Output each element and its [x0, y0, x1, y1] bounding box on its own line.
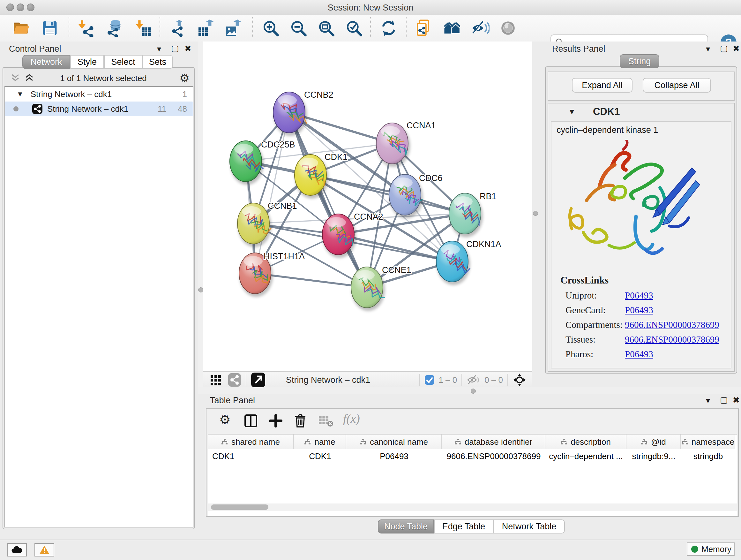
node-CDC6[interactable]: [389, 174, 423, 219]
hidden-eye-icon[interactable]: [467, 374, 481, 386]
vertical-splitter-left[interactable]: [198, 42, 203, 387]
save-session-button[interactable]: [40, 18, 59, 38]
column-tree-icon: [221, 438, 228, 445]
network-view[interactable]: CCNB2CCNA1CDC25BCDK1CDC6RB1CCNB1CCNA2CDK…: [203, 42, 533, 371]
zoom-in-button[interactable]: [261, 18, 280, 38]
expand-all-icon[interactable]: [25, 73, 34, 83]
genecard-link[interactable]: P06493: [625, 303, 719, 317]
pharos-link[interactable]: P06493: [625, 347, 719, 361]
open-session-button[interactable]: [11, 18, 30, 38]
tab-sets[interactable]: Sets: [142, 55, 173, 69]
hide-glass-button[interactable]: [471, 18, 490, 38]
vertical-splitter-right[interactable]: [532, 42, 542, 387]
cell-@id[interactable]: stringdb:9...: [626, 449, 681, 463]
compartments-link[interactable]: 9606.ENSP00000378699: [625, 317, 719, 332]
warnings-button[interactable]: [35, 543, 54, 557]
string-home-button[interactable]: [443, 18, 462, 38]
export-network-button[interactable]: [169, 18, 188, 38]
apply-layout-button[interactable]: [379, 18, 398, 38]
network-collection-row[interactable]: ▼ String Network – cdk1 1: [5, 87, 193, 102]
tab-style[interactable]: Style: [70, 55, 104, 69]
show-columns-icon[interactable]: [244, 414, 258, 428]
tissues-link[interactable]: 9606.ENSP00000378699: [625, 332, 719, 347]
collapse-panel-icon[interactable]: ▾: [157, 44, 161, 54]
node-CDKN1A[interactable]: [436, 241, 470, 285]
tab-network-table[interactable]: Network Table: [493, 519, 565, 534]
uniprot-link[interactable]: P06493: [625, 288, 719, 303]
string-settings-icon[interactable]: [228, 373, 241, 387]
open-in-string-icon[interactable]: [251, 372, 266, 388]
clone-network-button[interactable]: [415, 18, 434, 38]
export-table-button[interactable]: [196, 18, 215, 38]
splitter-handle[interactable]: [198, 287, 203, 293]
zoom-fit-button[interactable]: [317, 18, 336, 38]
collapse-all-button[interactable]: Collapse All: [643, 78, 711, 92]
network-options-gear-icon[interactable]: ⚙: [179, 71, 190, 85]
column-header-6[interactable]: namespace: [681, 435, 735, 449]
horizontal-splitter[interactable]: [198, 387, 741, 394]
splitter-handle[interactable]: [533, 211, 538, 216]
column-header-1[interactable]: name: [294, 435, 346, 449]
create-column-plus-icon[interactable]: [269, 414, 282, 428]
column-header-4[interactable]: description: [545, 435, 626, 449]
collapse-all-icon[interactable]: [11, 73, 20, 83]
edge-CCNB2-HIST1H1A[interactable]: [255, 112, 289, 273]
scrollbar-thumb[interactable]: [211, 504, 268, 510]
column-header-5[interactable]: @id: [626, 435, 681, 449]
section-collapse-icon[interactable]: ▼: [568, 107, 576, 116]
node-RB1[interactable]: [449, 193, 483, 237]
table-row[interactable]: CDK1CDK1P064939606.ENSP00000378699cyclin…: [208, 449, 737, 463]
float-panel-icon[interactable]: ▢: [720, 395, 728, 405]
close-panel-icon[interactable]: ✖: [185, 44, 192, 54]
column-header-0[interactable]: shared name: [208, 435, 294, 449]
cell-name[interactable]: CDK1: [294, 449, 346, 463]
network-graph[interactable]: CCNB2CCNA1CDC25BCDK1CDC6RB1CCNB1CCNA2CDK…: [203, 42, 533, 371]
tab-select[interactable]: Select: [104, 55, 142, 69]
delete-table-icon[interactable]: [318, 415, 333, 428]
function-builder-icon[interactable]: f(x): [343, 412, 360, 426]
node-CDK1[interactable]: [294, 154, 328, 199]
cell-description[interactable]: cyclin–dependent ...: [545, 449, 626, 463]
float-panel-icon[interactable]: ▢: [171, 44, 179, 53]
import-network-from-database-button[interactable]: [105, 18, 124, 38]
selected-count: 1 – 0: [439, 375, 457, 385]
horizontal-scrollbar[interactable]: [208, 503, 737, 511]
tab-node-table[interactable]: Node Table: [378, 519, 434, 534]
column-header-2[interactable]: canonical name: [346, 435, 442, 449]
network-row-selected[interactable]: String Network – cdk1 11 48: [5, 102, 193, 116]
node-CCNB2[interactable]: [273, 92, 307, 136]
import-table-button[interactable]: [133, 18, 152, 38]
export-image-button[interactable]: [223, 18, 243, 38]
memory-button[interactable]: Memory: [687, 543, 735, 556]
refresh-layout-icon: [380, 19, 397, 37]
splitter-handle[interactable]: [471, 388, 476, 394]
cell-database-identifier[interactable]: 9606.ENSP00000378699: [442, 449, 545, 463]
tab-edge-table[interactable]: Edge Table: [434, 519, 493, 534]
node-CCNA2[interactable]: [322, 214, 356, 258]
tab-network[interactable]: Network: [22, 55, 70, 69]
zoom-selected-button[interactable]: [344, 18, 363, 38]
table-gear-icon[interactable]: ⚙: [219, 412, 231, 427]
inactive-lens-button[interactable]: [498, 18, 518, 38]
birdseye-grid-icon[interactable]: [210, 374, 222, 386]
cloud-status-button[interactable]: [7, 543, 27, 557]
cell-canonical-name[interactable]: P06493: [346, 449, 442, 463]
tree-expander-icon[interactable]: ▼: [17, 90, 23, 98]
node-CCNB1[interactable]: [238, 203, 271, 247]
zoom-out-button[interactable]: [289, 18, 308, 38]
fit-content-crosshair-icon[interactable]: [513, 373, 527, 387]
close-panel-icon[interactable]: ✖: [733, 395, 740, 405]
close-panel-icon[interactable]: ✖: [733, 44, 740, 54]
cell-namespace[interactable]: stringdb: [681, 449, 735, 463]
tab-string[interactable]: String: [620, 54, 659, 68]
selected-checkbox-icon[interactable]: [424, 375, 434, 385]
import-network-button[interactable]: [76, 18, 95, 38]
column-header-3[interactable]: database identifier: [442, 435, 545, 449]
node-CCNE1[interactable]: [351, 267, 385, 311]
delete-column-trash-icon[interactable]: [293, 414, 307, 428]
collapse-panel-icon[interactable]: ▾: [706, 44, 710, 54]
collapse-panel-icon[interactable]: ▾: [706, 395, 710, 406]
expand-all-button[interactable]: Expand All: [572, 78, 632, 92]
float-panel-icon[interactable]: ▢: [720, 44, 728, 53]
cell-shared-name[interactable]: CDK1: [208, 449, 294, 463]
